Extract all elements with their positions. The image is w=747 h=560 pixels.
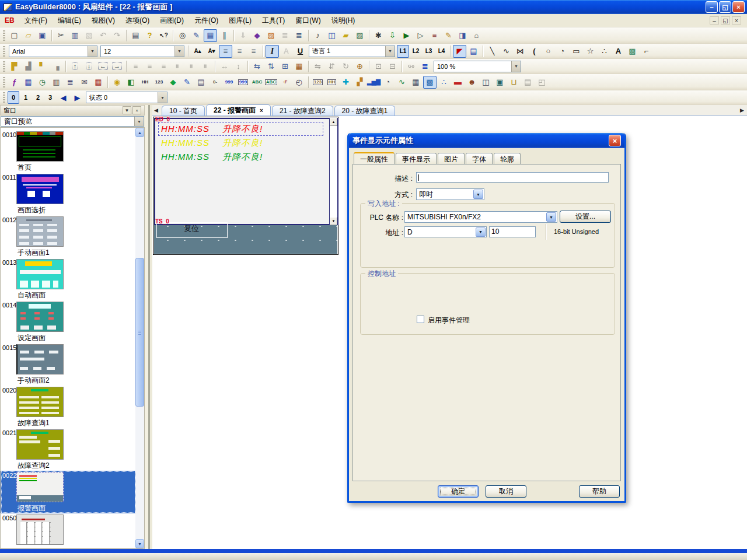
- minimize-button[interactable]: –: [706, 1, 718, 13]
- mode-combo[interactable]: 即时 ▼: [416, 188, 484, 200]
- toolbar-grip[interactable]: [3, 61, 5, 72]
- event-display-object[interactable]: HH:MM:SS升降不良!HH:MM:SS升降不良!HH:MM:SS升降不良!: [154, 118, 338, 225]
- dialog-close-button[interactable]: ×: [609, 135, 621, 146]
- scrollbar-thumb[interactable]: [135, 258, 144, 407]
- font-name-combo[interactable]: Arial▼: [9, 46, 97, 57]
- panel-splitter[interactable]: [145, 105, 152, 549]
- open-button[interactable]: ▱: [22, 29, 35, 42]
- window-copy-button[interactable]: ▦: [22, 76, 35, 89]
- panel-dropdown-icon[interactable]: ▼: [123, 106, 131, 114]
- font-size-combo[interactable]: 12▼: [100, 46, 184, 57]
- trend-display-button[interactable]: ∿: [395, 76, 409, 89]
- scroll-up-icon[interactable]: ▲: [135, 128, 144, 137]
- recipe-transfer-button[interactable]: ⊔: [507, 76, 521, 89]
- state-2-button[interactable]: 2: [32, 91, 44, 104]
- dialog-tab[interactable]: 图片: [438, 153, 465, 164]
- report-button[interactable]: ≣: [64, 76, 77, 89]
- meter-display-button[interactable]: ◔: [381, 76, 395, 89]
- window-preview-combo[interactable]: 窗口预览 ▼: [1, 116, 144, 127]
- import-library-button[interactable]: ◆: [250, 29, 264, 42]
- send-backward-button[interactable]: ▗: [50, 60, 63, 73]
- print-button[interactable]: ▤: [129, 29, 142, 42]
- ascii-display-button[interactable]: ABC: [250, 76, 264, 89]
- state-1-button[interactable]: 1: [20, 91, 32, 104]
- design-canvas[interactable]: ED_0 HH:MM:SS升降不良!HH:MM:SS升降不良!HH:MM:SS升…: [153, 117, 338, 255]
- bar-graph-button[interactable]: ▂▅▇: [367, 76, 381, 89]
- panel-close-icon[interactable]: ×: [132, 106, 141, 114]
- state-l1-button[interactable]: L1: [397, 45, 409, 58]
- dropdown-icon[interactable]: ▼: [546, 212, 556, 222]
- multi-state-switch-button[interactable]: 123: [311, 76, 324, 89]
- layer-list-button[interactable]: ≣: [418, 60, 432, 73]
- label-library-button[interactable]: ▰: [339, 29, 352, 42]
- event-display-button[interactable]: ◫: [479, 76, 493, 89]
- system-settings-button[interactable]: ≡: [428, 29, 441, 42]
- cut-button[interactable]: ✂: [54, 29, 68, 42]
- calendar-button[interactable]: ▦: [92, 76, 105, 89]
- dialog-tab[interactable]: 轮廓: [494, 153, 521, 164]
- dropdown-icon[interactable]: ▼: [473, 190, 483, 199]
- window-list-item-0012[interactable]: 0012手动画面1: [1, 215, 136, 258]
- mdi-restore-button[interactable]: ◱: [721, 16, 730, 24]
- ok-button[interactable]: 确定: [438, 485, 479, 498]
- dropdown-icon[interactable]: ▼: [476, 228, 486, 237]
- macro-manager-button[interactable]: ƒ: [8, 76, 21, 89]
- state-3-button[interactable]: 3: [44, 91, 56, 104]
- plc-name-combo[interactable]: MITSUBISHI FX0n/FX2 ▼: [404, 211, 557, 223]
- window-list-item-0022[interactable]: 0022报警画面: [1, 471, 136, 513]
- slider-button[interactable]: ▬: [451, 76, 465, 89]
- menu-item[interactable]: 窗口(W): [290, 14, 326, 27]
- pen-button[interactable]: ✎: [190, 29, 203, 42]
- grid-button[interactable]: ▦: [204, 29, 217, 42]
- state-l3-button[interactable]: L3: [423, 45, 435, 58]
- function-key-button[interactable]: ✎: [180, 76, 194, 89]
- menu-item[interactable]: 说明(H): [326, 14, 361, 27]
- copy-button[interactable]: ▥: [68, 29, 82, 42]
- picture-tool-button[interactable]: ▩: [626, 45, 639, 58]
- restore-button[interactable]: ◱: [719, 1, 731, 13]
- new-button[interactable]: ▢: [8, 29, 21, 42]
- group-library-button[interactable]: ≣: [292, 29, 306, 42]
- address-type-combo[interactable]: D ▼: [404, 226, 487, 237]
- toolbar-grip[interactable]: [3, 77, 5, 88]
- window-tab[interactable]: 21 - 故障查询2: [272, 106, 333, 116]
- close-button[interactable]: ×: [732, 1, 745, 13]
- dialog-tab[interactable]: 一般属性: [354, 152, 395, 164]
- toolbar-grip[interactable]: [3, 30, 5, 41]
- polygon-tool-button[interactable]: ☆: [584, 45, 597, 58]
- align-right-button[interactable]: ≡: [247, 45, 260, 58]
- bring-to-front-button[interactable]: ▛: [8, 60, 21, 73]
- save-button[interactable]: ▣: [36, 29, 49, 42]
- tab-close-icon[interactable]: ×: [260, 107, 263, 114]
- scatter-chart-button[interactable]: ∴: [437, 76, 451, 89]
- window-list-item-0021[interactable]: 0021故障查询2: [1, 428, 136, 471]
- word-lamp-button[interactable]: ◧: [124, 76, 138, 89]
- zoom-combo[interactable]: 100 %▼: [434, 61, 521, 72]
- address-tag-library-button[interactable]: ◫: [325, 29, 338, 42]
- mdi-close-button[interactable]: ×: [732, 16, 741, 24]
- nudge-right-button[interactable]: →: [110, 60, 124, 73]
- dropdown-icon[interactable]: ▼: [511, 61, 521, 72]
- state-l2-button[interactable]: L2: [410, 45, 422, 58]
- toolbar-grip[interactable]: [3, 92, 5, 103]
- history-data-display-button[interactable]: ▦: [409, 76, 423, 89]
- align-left-button[interactable]: ≡: [219, 45, 232, 58]
- numeric-display-button[interactable]: 999: [222, 76, 236, 89]
- send-to-back-button[interactable]: ▟: [22, 60, 35, 73]
- toolbar-grip[interactable]: [3, 46, 5, 57]
- picture-manager-button[interactable]: ▨: [264, 29, 278, 42]
- reset-button-object[interactable]: 复位: [156, 222, 228, 238]
- off-line-simulation-button[interactable]: ▷: [414, 29, 427, 42]
- window-list-item-0011[interactable]: 0011画面选折: [1, 173, 136, 215]
- ellipse-tool-button[interactable]: ○: [542, 45, 555, 58]
- window-list-item-0013[interactable]: 0013自动画面: [1, 258, 136, 300]
- macro-library-button[interactable]: ▨: [353, 29, 366, 42]
- tab-scroll-left-icon[interactable]: ◀: [154, 107, 158, 113]
- text-tool-button[interactable]: A: [612, 45, 625, 58]
- data-transfer-button[interactable]: ▥: [50, 76, 63, 89]
- object-properties-button[interactable]: ▤: [467, 45, 480, 58]
- menu-item[interactable]: 编辑(E): [53, 14, 86, 27]
- window-tab[interactable]: 10 - 首页: [162, 106, 205, 116]
- arc-tool-button[interactable]: (: [528, 45, 541, 58]
- window-list-item-0010[interactable]: 0010首页: [1, 130, 136, 173]
